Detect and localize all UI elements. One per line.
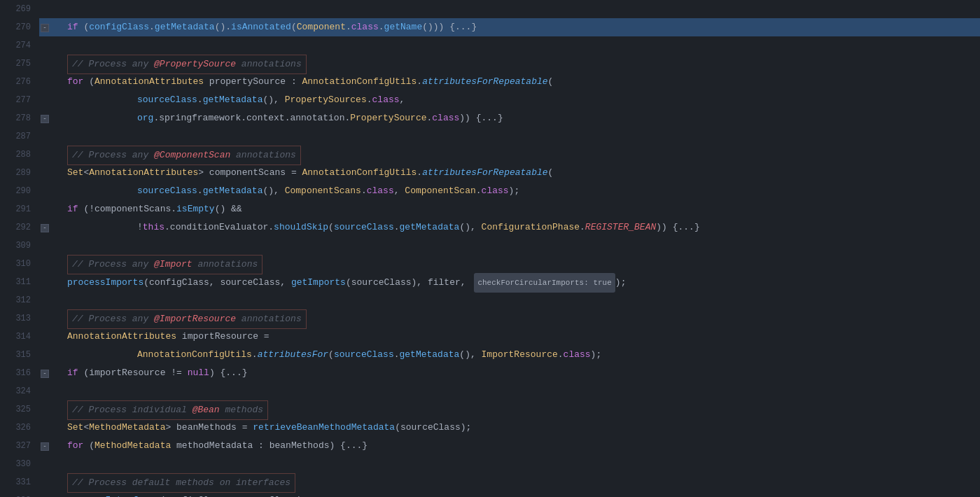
line-content-331: // Process default methods on interfaces [39,473,295,491]
line-content-277: sourceClass.getMetadata(), PropertySourc… [39,91,405,109]
line-numbers: 2692702742752762772782872882892902912923… [0,0,36,497]
line-number-326: 326 [3,419,31,437]
line-number-278: 278 [3,109,31,127]
line-content-288: // Process any @ComponentScan annotation… [39,146,301,164]
line-number-316: 316 [3,364,31,382]
line-number-313: 313 [3,309,31,328]
line-content-332: processInterfaces(configClass, sourceCla… [39,491,307,497]
line-number-290: 290 [3,182,31,200]
fold-btn-316[interactable]: - [41,370,49,378]
line-number-291: 291 [3,200,31,218]
line-content-313: // Process any @ImportResource annotatio… [39,309,307,328]
code-area: 2692702742752762772782872882892902912923… [0,0,980,497]
line-number-311: 311 [3,273,31,291]
line-number-289: 289 [3,164,31,182]
line-number-275: 275 [3,55,31,73]
line-number-312: 312 [3,291,31,309]
line-number-288: 288 [3,146,31,164]
line-content-275: // Process any @PropertySource annotatio… [39,55,307,73]
code-content: -if (configClass.getMetadata().isAnnotat… [36,0,980,497]
line-content-278: -org.springframework.context.annotation.… [39,109,503,127]
line-number-324: 324 [3,382,31,400]
line-content-290: sourceClass.getMetadata(), ComponentScan… [39,182,519,200]
line-number-332: 332 [3,491,31,497]
line-number-331: 331 [3,473,31,491]
fold-btn-327[interactable]: - [41,442,49,451]
line-number-292: 292 [3,218,31,237]
line-content-327: -for (MethodMetadata methodMetadata : be… [39,437,368,455]
line-number-310: 310 [3,255,31,273]
comment-interfaces: // Process default methods on interfaces [67,473,295,493]
line-number-314: 314 [3,328,31,346]
line-content-316: -if (importResource != null) {...} [39,364,248,382]
line-content-292: -!this.conditionEvaluator.shouldSkip(sou… [39,218,700,237]
line-number-315: 315 [3,346,31,364]
line-content-314: AnnotationAttributes importResource = [39,328,270,346]
line-number-276: 276 [3,73,31,91]
line-content-310: // Process any @Import annotations [39,255,262,273]
comment-import: // Process any @Import annotations [67,255,262,274]
line-number-270: 270 [3,18,31,36]
line-content-326: Set<MethodMetadata> beanMethods = retrie… [39,419,471,437]
line-content-325: // Process individual @Bean methods [39,400,268,419]
line-content-289: Set<AnnotationAttributes> componentScans… [39,164,553,182]
line-number-277: 277 [3,91,31,109]
comment-bean-methods: // Process individual @Bean methods [67,400,268,420]
line-number-327: 327 [3,437,31,455]
line-content-276: for (AnnotationAttributes propertySource… [39,73,553,91]
line-content-315: AnnotationConfigUtils.attributesFor(sour… [39,346,601,364]
line-content-270: -if (configClass.getMetadata().isAnnotat… [39,18,477,36]
fold-btn[interactable]: - [41,24,49,32]
line-content-311: processImports(configClass, sourceClass,… [39,273,626,291]
line-number-330: 330 [3,455,31,473]
comment-import-resource: // Process any @ImportResource annotatio… [67,309,307,329]
line-number-287: 287 [3,127,31,146]
fold-btn-292[interactable]: - [41,224,49,232]
fold-btn-278[interactable]: - [41,115,49,123]
line-number-309: 309 [3,237,31,255]
line-number-274: 274 [3,36,31,55]
line-number-325: 325 [3,400,31,419]
comment-component-scan: // Process any @ComponentScan annotation… [67,146,301,165]
line-number-269: 269 [3,0,31,18]
comment-property-source: // Process any @PropertySource annotatio… [67,55,307,74]
code-editor: 2692702742752762772782872882892902912923… [0,0,980,497]
line-content-291: if (!componentScans.isEmpty() && [39,200,242,218]
